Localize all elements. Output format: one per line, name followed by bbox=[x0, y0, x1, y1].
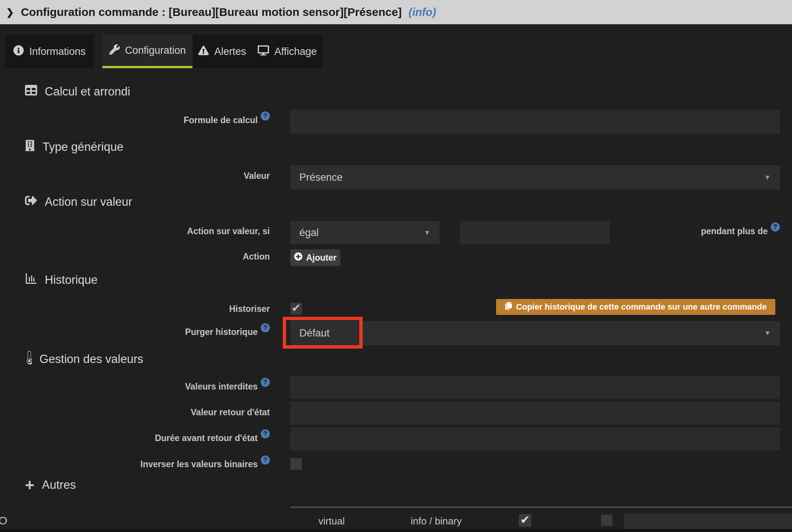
purger-historique-select[interactable]: Défaut ▼ bbox=[290, 321, 780, 345]
valeurs-interdites-label: Valeurs interdites bbox=[185, 381, 258, 392]
tab-informations[interactable]: Informations bbox=[5, 35, 94, 68]
command-configuration-dialog: { "colors": { "accent_green": "#a3c82d",… bbox=[0, 0, 792, 532]
section-autres: + Autres bbox=[25, 478, 76, 492]
section-title: Calcul et arrondi bbox=[45, 85, 130, 99]
tab-affichage[interactable]: Affichage bbox=[252, 35, 322, 68]
red-highlight-annotation bbox=[283, 317, 363, 349]
section-title: Action sur valeur bbox=[45, 195, 132, 209]
table-icon bbox=[25, 84, 37, 99]
duree-avant-retour-etat-label: Durée avant retour d'état bbox=[155, 433, 258, 443]
tab-alertes[interactable]: Alertes bbox=[193, 35, 252, 68]
section-historique: Historique bbox=[25, 272, 98, 288]
help-icon[interactable]: ? bbox=[771, 222, 780, 232]
plus-circle-icon bbox=[294, 252, 302, 263]
valeur-retour-etat-label-row: Valeur retour d'état bbox=[0, 407, 270, 418]
sign-out-icon bbox=[25, 194, 37, 210]
table-row-input[interactable] bbox=[624, 514, 792, 529]
section-title: Type générique bbox=[42, 140, 124, 154]
historiser-checkbox[interactable]: ✔ bbox=[290, 303, 302, 315]
caret-down-icon: ▼ bbox=[424, 229, 430, 237]
formule-de-calcul-input[interactable] bbox=[290, 110, 780, 134]
duree-avant-retour-etat-label-row: Durée avant retour d'état ? bbox=[0, 433, 270, 443]
inverser-valeurs-binaires-label: Inverser les valeurs binaires bbox=[141, 459, 258, 469]
table-row-name-fragment: O bbox=[0, 514, 14, 527]
bottom-edge-strip bbox=[0, 529, 792, 532]
section-title: Historique bbox=[45, 273, 98, 287]
inverser-valeurs-binaires-label-row: Inverser les valeurs binaires ? bbox=[0, 459, 270, 469]
warning-triangle-icon bbox=[198, 45, 209, 58]
wrench-icon bbox=[109, 44, 120, 57]
copier-historique-button-label: Copier historique de cette commande sur … bbox=[516, 302, 767, 312]
pendant-plus-de-label: pendant plus de bbox=[701, 226, 768, 236]
historiser-label-row: Historiser bbox=[0, 304, 270, 314]
action-label: Action bbox=[243, 251, 270, 262]
tab-label: Configuration bbox=[125, 45, 186, 56]
purger-historique-label-row: Purger historique ? bbox=[0, 327, 270, 337]
checkmark-icon: ✔ bbox=[520, 514, 530, 526]
operator-selected-value: égal bbox=[299, 227, 319, 239]
section-calcul-et-arrondi: Calcul et arrondi bbox=[25, 84, 130, 99]
formule-de-calcul-label: Formule de calcul bbox=[183, 115, 258, 125]
help-icon[interactable]: ? bbox=[261, 429, 270, 438]
help-icon[interactable]: ? bbox=[261, 323, 270, 332]
table-cell-subtype: virtual bbox=[292, 515, 371, 527]
operator-select[interactable]: égal ▼ bbox=[290, 221, 440, 244]
copy-icon bbox=[505, 302, 512, 312]
help-icon[interactable]: ? bbox=[261, 378, 270, 387]
caret-down-icon: ▼ bbox=[764, 174, 771, 182]
monitor-icon bbox=[258, 45, 269, 58]
duree-avant-retour-etat-input[interactable] bbox=[290, 427, 780, 451]
valeur-label-row: Valeur bbox=[0, 171, 270, 181]
valeur-select[interactable]: Présence ▼ bbox=[290, 165, 780, 189]
purger-historique-label: Purger historique bbox=[185, 327, 258, 337]
historiser-label: Historiser bbox=[229, 304, 270, 314]
table-cell-type: info / binary bbox=[396, 515, 476, 527]
dialog-title: Configuration commande : [Bureau][Bureau… bbox=[21, 6, 402, 19]
table-row-checkbox-checked[interactable]: ✔ bbox=[519, 514, 531, 527]
help-icon[interactable]: ? bbox=[261, 111, 270, 120]
inverser-valeurs-binaires-checkbox[interactable]: ✔ bbox=[290, 458, 302, 470]
section-gestion-des-valeurs: Gestion des valeurs bbox=[25, 351, 143, 368]
valeurs-interdites-input[interactable] bbox=[290, 376, 780, 399]
copier-historique-button[interactable]: Copier historique de cette commande sur … bbox=[496, 299, 775, 315]
formule-de-calcul-label-row: Formule de calcul ? bbox=[0, 115, 270, 125]
tab-label: Alertes bbox=[214, 46, 246, 58]
valeur-retour-etat-input[interactable] bbox=[290, 402, 780, 425]
dialog-title-bar: ❯ Configuration commande : [Bureau][Bure… bbox=[0, 0, 792, 24]
valeur-label: Valeur bbox=[244, 171, 270, 181]
building-icon bbox=[25, 139, 35, 155]
info-circle-icon bbox=[13, 45, 24, 58]
chevron-right-icon: ❯ bbox=[6, 7, 14, 18]
thermometer-icon bbox=[25, 351, 32, 368]
section-type-generique: Type générique bbox=[25, 139, 124, 155]
caret-down-icon: ▼ bbox=[764, 329, 771, 337]
tab-label: Affichage bbox=[274, 46, 317, 58]
section-title: Gestion des valeurs bbox=[39, 352, 143, 366]
tab-label: Informations bbox=[29, 46, 86, 58]
ajouter-button-label: Ajouter bbox=[306, 253, 337, 263]
valeur-selected-value: Présence bbox=[299, 172, 343, 183]
action-label-row: Action bbox=[0, 251, 270, 262]
table-top-divider bbox=[290, 507, 792, 508]
valeurs-interdites-label-row: Valeurs interdites ? bbox=[0, 381, 270, 392]
section-title: Autres bbox=[42, 478, 76, 492]
help-icon[interactable]: ? bbox=[261, 455, 270, 465]
tab-configuration[interactable]: Configuration bbox=[102, 35, 193, 68]
action-sur-valeur-si-label-row: Action sur valeur, si bbox=[0, 226, 270, 236]
table-row-checkbox-unchecked[interactable]: ✔ bbox=[601, 515, 612, 526]
valeur-retour-etat-label: Valeur retour d'état bbox=[191, 407, 270, 418]
section-action-sur-valeur: Action sur valeur bbox=[25, 194, 132, 210]
info-link[interactable]: (info) bbox=[409, 6, 436, 19]
action-sur-valeur-si-label: Action sur valeur, si bbox=[187, 226, 270, 236]
ajouter-button[interactable]: Ajouter bbox=[290, 249, 340, 266]
checkmark-icon: ✔ bbox=[291, 302, 301, 314]
pendant-plus-de-label-row: pendant plus de ? bbox=[696, 226, 780, 236]
plus-icon: + bbox=[25, 479, 34, 491]
bar-chart-icon bbox=[25, 272, 37, 288]
condition-value-input[interactable] bbox=[460, 221, 610, 244]
